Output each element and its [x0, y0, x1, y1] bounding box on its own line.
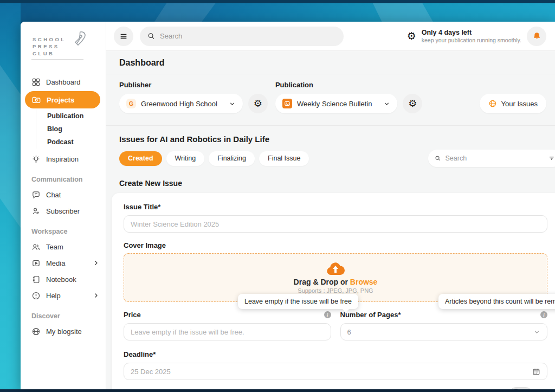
sidebar-item-label: Dashboard [46, 78, 81, 86]
issue-title-input[interactable] [124, 215, 547, 233]
topbar-right: ⚙︎ Only 4 days left keep your publicatio… [407, 27, 546, 46]
publish-row: Publish to Blogsite after deadline [124, 387, 547, 389]
sidebar: SCHOOL PRESS CLUB Dashboard [21, 22, 106, 389]
background-left-band [0, 0, 21, 392]
pages-selected-value: 6 [347, 328, 351, 336]
selector-row: Publisher G Greenwood High School ⚙︎ Pub… [106, 74, 555, 126]
publication-dropdown[interactable]: Weekly Science Bulletin [275, 94, 398, 113]
sidebar-item-label: My blogsite [46, 327, 82, 336]
sidebar-item-label: Projects [47, 96, 74, 104]
calendar-icon[interactable] [532, 368, 540, 376]
app-logo: SCHOOL PRESS CLUB [31, 33, 83, 60]
sidebar-item-chat[interactable]: Chat [21, 187, 106, 203]
sidebar-item-projects[interactable]: Projects [25, 91, 100, 108]
publish-toggle[interactable] [509, 387, 532, 389]
logo-text: CLUB [33, 50, 83, 57]
tab-created[interactable]: Created [119, 151, 162, 166]
publisher-initial-badge: G [126, 99, 136, 108]
sidebar-item-label: Team [46, 243, 63, 251]
sidebar-item-media[interactable]: Media [21, 255, 106, 271]
deadline-field: Deadline* 25 Dec 2025 [124, 350, 547, 380]
days-left-subtitle: keep your publication running smoothly. [422, 37, 521, 43]
gear-icon: ⚙︎ [408, 98, 417, 110]
sidebar-item-my-blogsite[interactable]: My blogsite [21, 323, 106, 339]
price-label: Price [124, 311, 141, 319]
topbar: ⚙︎ Only 4 days left keep your publicatio… [106, 22, 555, 51]
hamburger-menu-button[interactable] [114, 27, 133, 46]
issues-heading: Issues for AI and Robotics in Daily Life [106, 126, 555, 144]
tab-final-issue[interactable]: Final Issue [259, 151, 309, 166]
sidebar-item-notebook[interactable]: Notebook [21, 271, 106, 287]
global-search-input[interactable] [160, 32, 336, 40]
sidebar-item-inspiration[interactable]: Inspiration [21, 151, 106, 167]
price-column: Price i [124, 311, 331, 340]
issues-search[interactable] [428, 150, 555, 167]
your-issues-button[interactable]: Your Issues [480, 94, 546, 113]
filter-icon[interactable] [548, 155, 555, 162]
help-icon [31, 291, 41, 300]
sidebar-item-blog[interactable]: Blog [36, 123, 106, 136]
sidebar-item-label: Inspiration [46, 155, 79, 163]
sidebar-item-podcast[interactable]: Podcast [36, 136, 106, 149]
app-window: SCHOOL PRESS CLUB Dashboard [21, 22, 555, 389]
sidebar-item-label: Chat [46, 191, 61, 199]
dashboard-grid-icon [31, 78, 41, 87]
price-info-icon[interactable]: i [324, 311, 331, 318]
notifications-button[interactable] [527, 27, 546, 46]
projects-subnav: Publication Blog Podcast [36, 110, 106, 149]
sidebar-item-team[interactable]: Team [21, 239, 106, 255]
sidebar-item-label: Notebook [46, 275, 76, 284]
page-title-row: Dashboard [106, 51, 555, 74]
sidebar-item-publication[interactable]: Publication [36, 110, 106, 123]
issues-search-input[interactable] [446, 155, 545, 162]
globe-icon [488, 99, 497, 108]
globe-icon [31, 327, 41, 336]
search-icon [147, 32, 155, 40]
browse-link[interactable]: Browse [350, 278, 378, 286]
sidebar-section-workspace: Workspace [21, 219, 106, 239]
notebook-icon [31, 275, 41, 284]
drag-drop-text: Drag & Drop or [294, 278, 348, 286]
page-title: Dashboard [119, 58, 542, 68]
global-search[interactable] [140, 27, 344, 46]
your-issues-label: Your Issues [501, 100, 538, 108]
sidebar-item-help[interactable]: Help [21, 287, 106, 304]
background-top-strip [0, 0, 555, 3]
sidebar-item-dashboard[interactable]: Dashboard [21, 74, 106, 90]
sidebar-section-communication: Communication [21, 167, 106, 187]
publisher-settings-button[interactable]: ⚙︎ [248, 94, 268, 113]
cloud-upload-icon [326, 261, 345, 277]
main-area: ⚙︎ Only 4 days left keep your publicatio… [106, 22, 555, 389]
price-input[interactable] [124, 323, 331, 340]
tab-writing[interactable]: Writing [166, 151, 205, 166]
media-icon [31, 259, 41, 268]
sidebar-item-label: Help [46, 292, 87, 300]
pages-select[interactable]: 6 [340, 323, 548, 340]
publication-group: Publication Weekly Science Bulletin [275, 81, 423, 113]
pages-info-icon[interactable]: i [540, 311, 547, 318]
sidebar-section-discover: Discover [21, 304, 106, 323]
subscriber-add-icon [31, 207, 41, 216]
publication-badge-icon [282, 99, 292, 108]
sidebar-item-subscriber[interactable]: Subscriber [21, 203, 106, 219]
supported-formats-text: Supports : JPEG, JPG, PNG [298, 287, 373, 294]
chevron-right-icon [93, 292, 99, 299]
publication-settings-button[interactable]: ⚙︎ [403, 94, 422, 113]
sidebar-item-label: Media [46, 259, 87, 267]
gear-icon: ⚙︎ [254, 98, 262, 110]
days-left-block: Only 4 days left keep your publication r… [422, 29, 521, 43]
chevron-down-icon [533, 329, 540, 336]
publisher-value: Greenwood High School [141, 100, 217, 108]
deadline-input[interactable]: 25 Dec 2025 [124, 363, 547, 380]
publisher-label: Publisher [119, 81, 268, 89]
pages-tooltip: Articles beyond this count will be remov… [438, 294, 555, 309]
publisher-dropdown[interactable]: G Greenwood High School [119, 94, 243, 113]
team-icon [31, 242, 41, 252]
search-icon [435, 155, 441, 162]
projects-folder-icon [31, 95, 41, 105]
pages-column: Number of Pages* i 6 [340, 311, 548, 340]
tab-finalizing[interactable]: Finalizing [209, 151, 255, 166]
price-tooltip: Leave empty if the issue will be free [238, 294, 358, 309]
publisher-group: Publisher G Greenwood High School ⚙︎ [119, 81, 268, 113]
issue-tabs: Created Writing Finalizing Final Issue [106, 144, 555, 167]
